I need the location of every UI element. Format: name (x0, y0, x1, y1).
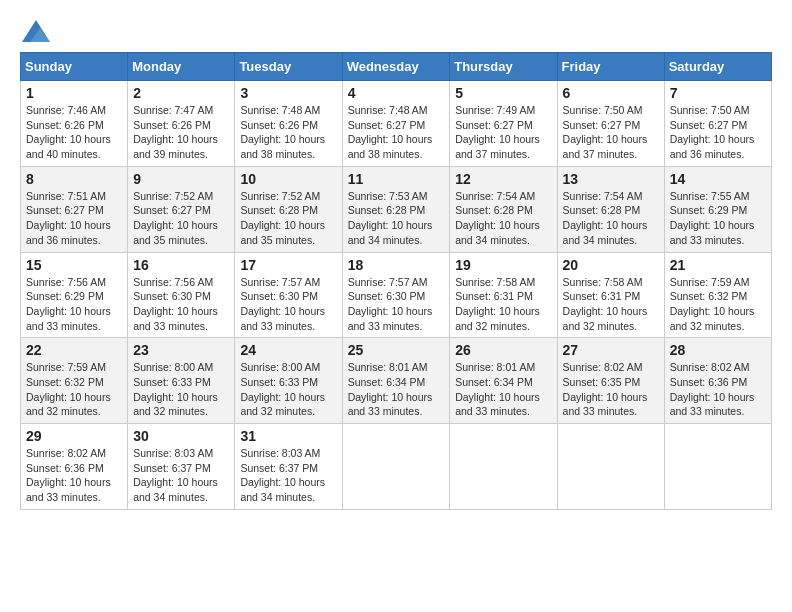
weekday-header: Saturday (664, 53, 771, 81)
day-info: Sunrise: 7:53 AM Sunset: 6:28 PM Dayligh… (348, 189, 445, 248)
sunset-label: Sunset: 6:26 PM (133, 119, 211, 131)
sunrise-label: Sunrise: 7:58 AM (455, 276, 535, 288)
day-number: 10 (240, 171, 336, 187)
daylight-label: Daylight: 10 hours and 33 minutes. (240, 305, 325, 332)
calendar-cell: 7 Sunrise: 7:50 AM Sunset: 6:27 PM Dayli… (664, 81, 771, 167)
day-info: Sunrise: 7:50 AM Sunset: 6:27 PM Dayligh… (563, 103, 659, 162)
daylight-label: Daylight: 10 hours and 33 minutes. (670, 219, 755, 246)
sunset-label: Sunset: 6:27 PM (348, 119, 426, 131)
sunset-label: Sunset: 6:28 PM (240, 204, 318, 216)
daylight-label: Daylight: 10 hours and 34 minutes. (563, 219, 648, 246)
daylight-label: Daylight: 10 hours and 34 minutes. (133, 476, 218, 503)
weekday-header: Sunday (21, 53, 128, 81)
sunrise-label: Sunrise: 7:58 AM (563, 276, 643, 288)
day-info: Sunrise: 7:51 AM Sunset: 6:27 PM Dayligh… (26, 189, 122, 248)
calendar-cell: 19 Sunrise: 7:58 AM Sunset: 6:31 PM Dayl… (450, 252, 557, 338)
weekday-header: Monday (128, 53, 235, 81)
sunrise-label: Sunrise: 8:03 AM (240, 447, 320, 459)
sunrise-label: Sunrise: 7:48 AM (240, 104, 320, 116)
sunrise-label: Sunrise: 8:00 AM (133, 361, 213, 373)
daylight-label: Daylight: 10 hours and 37 minutes. (455, 133, 540, 160)
day-number: 14 (670, 171, 766, 187)
day-info: Sunrise: 7:54 AM Sunset: 6:28 PM Dayligh… (563, 189, 659, 248)
calendar-cell: 26 Sunrise: 8:01 AM Sunset: 6:34 PM Dayl… (450, 338, 557, 424)
daylight-label: Daylight: 10 hours and 32 minutes. (26, 391, 111, 418)
calendar-cell: 12 Sunrise: 7:54 AM Sunset: 6:28 PM Dayl… (450, 166, 557, 252)
day-info: Sunrise: 7:59 AM Sunset: 6:32 PM Dayligh… (26, 360, 122, 419)
sunrise-label: Sunrise: 7:53 AM (348, 190, 428, 202)
day-number: 27 (563, 342, 659, 358)
calendar-cell: 4 Sunrise: 7:48 AM Sunset: 6:27 PM Dayli… (342, 81, 450, 167)
sunset-label: Sunset: 6:30 PM (133, 290, 211, 302)
sunset-label: Sunset: 6:27 PM (455, 119, 533, 131)
day-info: Sunrise: 7:54 AM Sunset: 6:28 PM Dayligh… (455, 189, 551, 248)
daylight-label: Daylight: 10 hours and 32 minutes. (563, 305, 648, 332)
day-info: Sunrise: 8:02 AM Sunset: 6:36 PM Dayligh… (670, 360, 766, 419)
sunset-label: Sunset: 6:30 PM (348, 290, 426, 302)
daylight-label: Daylight: 10 hours and 33 minutes. (670, 391, 755, 418)
sunset-label: Sunset: 6:34 PM (348, 376, 426, 388)
day-number: 22 (26, 342, 122, 358)
sunrise-label: Sunrise: 7:52 AM (240, 190, 320, 202)
sunrise-label: Sunrise: 7:57 AM (348, 276, 428, 288)
calendar-cell: 10 Sunrise: 7:52 AM Sunset: 6:28 PM Dayl… (235, 166, 342, 252)
calendar-cell: 9 Sunrise: 7:52 AM Sunset: 6:27 PM Dayli… (128, 166, 235, 252)
daylight-label: Daylight: 10 hours and 32 minutes. (133, 391, 218, 418)
calendar-cell (557, 424, 664, 510)
sunset-label: Sunset: 6:31 PM (563, 290, 641, 302)
day-number: 21 (670, 257, 766, 273)
day-number: 20 (563, 257, 659, 273)
sunrise-label: Sunrise: 7:46 AM (26, 104, 106, 116)
calendar-cell: 11 Sunrise: 7:53 AM Sunset: 6:28 PM Dayl… (342, 166, 450, 252)
daylight-label: Daylight: 10 hours and 32 minutes. (670, 305, 755, 332)
day-info: Sunrise: 7:48 AM Sunset: 6:27 PM Dayligh… (348, 103, 445, 162)
day-number: 1 (26, 85, 122, 101)
calendar-cell: 15 Sunrise: 7:56 AM Sunset: 6:29 PM Dayl… (21, 252, 128, 338)
sunset-label: Sunset: 6:34 PM (455, 376, 533, 388)
day-info: Sunrise: 7:57 AM Sunset: 6:30 PM Dayligh… (240, 275, 336, 334)
day-info: Sunrise: 7:58 AM Sunset: 6:31 PM Dayligh… (563, 275, 659, 334)
daylight-label: Daylight: 10 hours and 32 minutes. (240, 391, 325, 418)
day-number: 29 (26, 428, 122, 444)
sunrise-label: Sunrise: 7:59 AM (26, 361, 106, 373)
sunset-label: Sunset: 6:26 PM (240, 119, 318, 131)
day-info: Sunrise: 8:03 AM Sunset: 6:37 PM Dayligh… (133, 446, 229, 505)
day-info: Sunrise: 8:02 AM Sunset: 6:35 PM Dayligh… (563, 360, 659, 419)
calendar-week-row: 1 Sunrise: 7:46 AM Sunset: 6:26 PM Dayli… (21, 81, 772, 167)
sunset-label: Sunset: 6:37 PM (240, 462, 318, 474)
day-info: Sunrise: 7:52 AM Sunset: 6:28 PM Dayligh… (240, 189, 336, 248)
calendar-cell: 20 Sunrise: 7:58 AM Sunset: 6:31 PM Dayl… (557, 252, 664, 338)
calendar-cell: 21 Sunrise: 7:59 AM Sunset: 6:32 PM Dayl… (664, 252, 771, 338)
calendar-cell: 29 Sunrise: 8:02 AM Sunset: 6:36 PM Dayl… (21, 424, 128, 510)
sunrise-label: Sunrise: 8:03 AM (133, 447, 213, 459)
sunset-label: Sunset: 6:32 PM (670, 290, 748, 302)
day-number: 8 (26, 171, 122, 187)
sunrise-label: Sunrise: 8:02 AM (26, 447, 106, 459)
day-info: Sunrise: 8:00 AM Sunset: 6:33 PM Dayligh… (133, 360, 229, 419)
sunrise-label: Sunrise: 7:49 AM (455, 104, 535, 116)
day-info: Sunrise: 7:57 AM Sunset: 6:30 PM Dayligh… (348, 275, 445, 334)
sunset-label: Sunset: 6:27 PM (670, 119, 748, 131)
sunset-label: Sunset: 6:36 PM (26, 462, 104, 474)
daylight-label: Daylight: 10 hours and 32 minutes. (455, 305, 540, 332)
daylight-label: Daylight: 10 hours and 33 minutes. (455, 391, 540, 418)
sunrise-label: Sunrise: 7:56 AM (26, 276, 106, 288)
sunset-label: Sunset: 6:28 PM (563, 204, 641, 216)
day-info: Sunrise: 7:55 AM Sunset: 6:29 PM Dayligh… (670, 189, 766, 248)
day-number: 16 (133, 257, 229, 273)
day-number: 3 (240, 85, 336, 101)
calendar-cell: 31 Sunrise: 8:03 AM Sunset: 6:37 PM Dayl… (235, 424, 342, 510)
sunrise-label: Sunrise: 7:52 AM (133, 190, 213, 202)
sunrise-label: Sunrise: 7:56 AM (133, 276, 213, 288)
calendar-week-row: 29 Sunrise: 8:02 AM Sunset: 6:36 PM Dayl… (21, 424, 772, 510)
sunrise-label: Sunrise: 7:54 AM (455, 190, 535, 202)
sunrise-label: Sunrise: 7:59 AM (670, 276, 750, 288)
page-header (20, 20, 772, 42)
daylight-label: Daylight: 10 hours and 33 minutes. (563, 391, 648, 418)
daylight-label: Daylight: 10 hours and 34 minutes. (240, 476, 325, 503)
sunset-label: Sunset: 6:27 PM (563, 119, 641, 131)
sunset-label: Sunset: 6:29 PM (670, 204, 748, 216)
sunrise-label: Sunrise: 7:55 AM (670, 190, 750, 202)
calendar-cell: 13 Sunrise: 7:54 AM Sunset: 6:28 PM Dayl… (557, 166, 664, 252)
weekday-header: Thursday (450, 53, 557, 81)
